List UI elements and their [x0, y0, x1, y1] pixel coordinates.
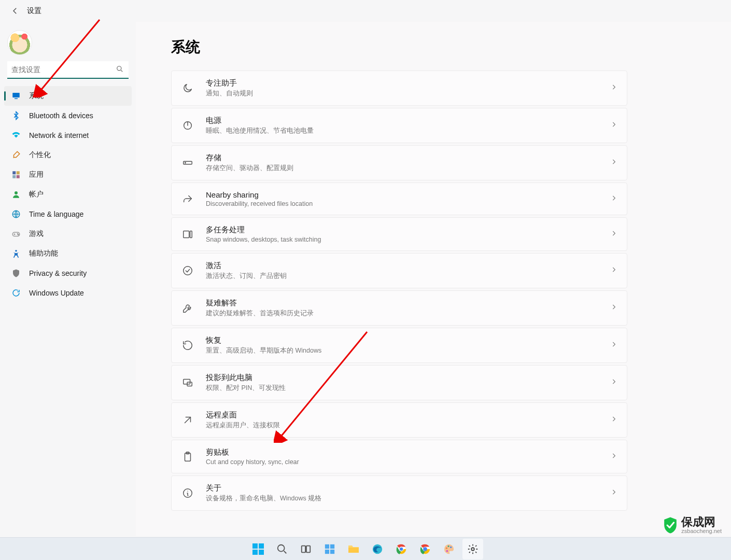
back-icon[interactable]: [10, 6, 20, 16]
taskview-button[interactable]: [296, 539, 316, 559]
setting-item-7[interactable]: 恢复 重置、高级启动、早期版本的 Windows: [171, 328, 627, 363]
svg-rect-1: [12, 93, 20, 97]
svg-rect-34: [330, 544, 334, 548]
svg-rect-33: [325, 544, 329, 548]
sidebar-item-label: 辅助功能: [29, 249, 58, 258]
setting-item-4[interactable]: 多任务处理 Snap windows, desktops, task switc…: [171, 217, 627, 251]
svg-rect-27: [259, 543, 264, 549]
setting-item-3[interactable]: Nearby sharing Discoverability, received…: [171, 183, 627, 215]
paint-button[interactable]: [439, 539, 459, 559]
chevron-right-icon: [610, 83, 617, 93]
setting-title: 恢复: [206, 335, 610, 345]
start-button[interactable]: [248, 539, 269, 559]
clipboard-icon: [181, 450, 194, 464]
setting-sub: 权限、配对 PIN、可发现性: [206, 384, 610, 393]
svg-point-47: [450, 546, 452, 548]
watermark-url: zsbaocheng.net: [681, 528, 722, 534]
chevron-right-icon: [610, 194, 617, 204]
explorer-button[interactable]: [343, 539, 364, 559]
setting-item-8[interactable]: 投影到此电脑 权限、配对 PIN、可发现性: [171, 365, 627, 400]
svg-point-12: [15, 250, 17, 252]
sidebar-item-0[interactable]: 系统: [4, 86, 132, 106]
sidebar-item-3[interactable]: 个性化: [4, 145, 132, 165]
svg-point-11: [18, 234, 19, 235]
edge-button[interactable]: [367, 539, 388, 559]
share-icon: [181, 192, 194, 206]
chevron-right-icon: [610, 378, 617, 387]
sidebar-item-9[interactable]: Privacy & security: [4, 263, 132, 283]
setting-title: 激活: [206, 261, 610, 271]
search-button[interactable]: [272, 539, 292, 559]
setting-sub: 存储空间、驱动器、配置规则: [206, 164, 610, 173]
chevron-right-icon: [610, 488, 617, 498]
avatar[interactable]: [7, 30, 32, 55]
svg-rect-2: [15, 99, 18, 100]
search-input[interactable]: [7, 61, 129, 79]
sidebar-item-label: Windows Update: [29, 289, 84, 297]
svg-point-18: [184, 267, 192, 275]
setting-item-5[interactable]: 激活 激活状态、订阅、产品密钥: [171, 253, 627, 288]
sidebar-item-7[interactable]: 游戏: [4, 224, 132, 244]
sidebar-item-label: Bluetooth & devices: [29, 111, 93, 120]
chevron-right-icon: [610, 266, 617, 275]
setting-sub: Snap windows, desktops, task switching: [206, 236, 610, 243]
shield-icon: [11, 269, 21, 278]
setting-title: 专注助手: [206, 78, 610, 88]
setting-title: 电源: [206, 116, 610, 125]
setting-title: 剪贴板: [206, 447, 610, 457]
setting-item-0[interactable]: 专注助手 通知、自动规则: [171, 71, 627, 106]
setting-item-6[interactable]: 疑难解答 建议的疑难解答、首选项和历史记录: [171, 290, 627, 326]
setting-title: 投影到此电脑: [206, 373, 610, 383]
setting-item-2[interactable]: 存储 存储空间、驱动器、配置规则: [171, 145, 627, 180]
svg-rect-29: [259, 550, 264, 555]
svg-point-0: [117, 66, 121, 71]
chrome-button-2[interactable]: [415, 539, 435, 559]
sidebar-item-5[interactable]: 帐户: [4, 185, 132, 204]
svg-point-49: [471, 548, 474, 551]
chevron-right-icon: [610, 415, 617, 425]
svg-point-7: [15, 191, 18, 194]
chevron-right-icon: [610, 121, 617, 130]
sidebar-item-label: Network & internet: [29, 131, 89, 139]
watermark: 保成网 zsbaocheng.net: [663, 516, 722, 534]
sidebar-item-label: 帐户: [29, 190, 44, 199]
sidebar-item-1[interactable]: Bluetooth & devices: [4, 106, 132, 125]
wifi-icon: [11, 131, 21, 140]
setting-item-1[interactable]: 电源 睡眠、电池使用情况、节省电池电量: [171, 108, 627, 143]
power-icon: [181, 119, 194, 132]
sidebar-item-label: 系统: [29, 91, 44, 101]
svg-point-46: [447, 545, 449, 547]
bluetooth-icon: [11, 111, 21, 120]
widgets-button[interactable]: [319, 539, 340, 559]
setting-title: 疑难解答: [206, 298, 610, 308]
accessibility-icon: [11, 249, 21, 258]
svg-rect-3: [12, 171, 16, 174]
svg-rect-35: [325, 549, 329, 553]
setting-title: 存储: [206, 153, 610, 163]
setting-sub: 建议的疑难解答、首选项和历史记录: [206, 309, 610, 318]
sidebar-item-4[interactable]: 应用: [4, 165, 132, 185]
setting-item-11[interactable]: 关于 设备规格，重命名电脑、Windows 规格: [171, 475, 627, 511]
svg-rect-19: [184, 380, 190, 384]
update-icon: [11, 288, 21, 298]
setting-item-9[interactable]: 远程桌面 远程桌面用户、连接权限: [171, 402, 627, 438]
project-icon: [181, 376, 194, 389]
sidebar-item-2[interactable]: Network & internet: [4, 125, 132, 145]
sidebar-item-6[interactable]: Time & language: [4, 204, 132, 224]
settings-button[interactable]: [462, 539, 483, 559]
svg-rect-5: [12, 175, 16, 178]
chevron-right-icon: [610, 230, 617, 239]
game-icon: [11, 229, 21, 239]
sidebar-item-label: 个性化: [29, 150, 51, 160]
setting-title: 关于: [206, 483, 610, 493]
sidebar-item-8[interactable]: 辅助功能: [4, 244, 132, 263]
chevron-right-icon: [610, 341, 617, 350]
setting-item-10[interactable]: 剪贴板 Cut and copy history, sync, clear: [171, 440, 627, 473]
sidebar-item-10[interactable]: Windows Update: [4, 283, 132, 303]
svg-rect-4: [17, 171, 20, 174]
setting-title: Nearby sharing: [206, 190, 610, 199]
watermark-shield-icon: [663, 516, 678, 534]
setting-sub: 设备规格，重命名电脑、Windows 规格: [206, 494, 610, 503]
chrome-button-1[interactable]: [391, 539, 412, 559]
taskbar: [0, 537, 731, 560]
